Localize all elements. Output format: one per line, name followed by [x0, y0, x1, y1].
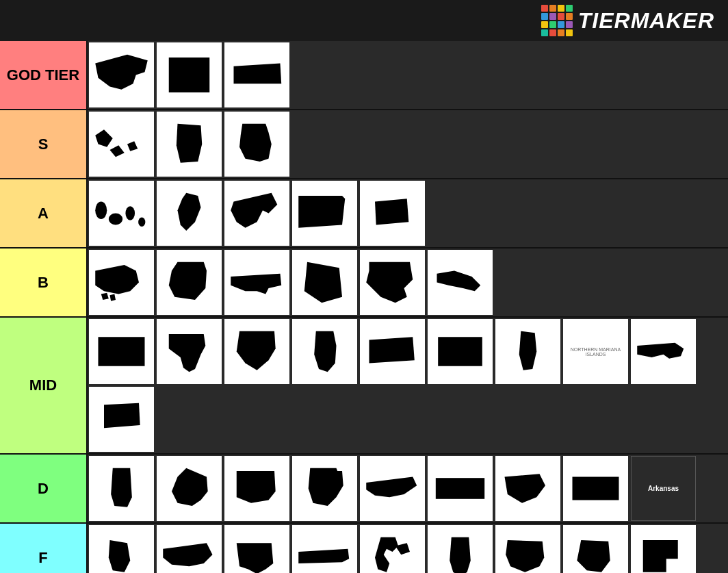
tier-row-a: A — [0, 179, 728, 249]
state-card-a1[interactable] — [89, 181, 154, 246]
state-card-wisconsin[interactable] — [224, 112, 289, 177]
state-shape-tennessee — [296, 532, 354, 573]
state-shape-nevada — [296, 257, 354, 308]
state-card-tennessee[interactable] — [292, 525, 357, 573]
state-shape-california — [160, 463, 218, 514]
state-card-ohio[interactable] — [563, 525, 628, 573]
state-shape-southcarolina — [499, 463, 557, 514]
state-card-northcarolina[interactable] — [360, 456, 425, 521]
state-shape-northcarolina — [363, 463, 421, 514]
state-card-wyoming[interactable] — [428, 319, 493, 384]
state-card-pennsylvania[interactable] — [224, 42, 289, 107]
state-card-f1[interactable] — [89, 525, 154, 573]
arkansas-text: Arkansas — [645, 482, 681, 495]
state-shape-louisiana — [228, 532, 286, 573]
state-card-michigan[interactable] — [360, 525, 425, 573]
state-shape-alabama — [92, 463, 151, 514]
state-shape-god2 — [160, 49, 218, 101]
tier-row-mid: MID — [0, 318, 728, 455]
state-card-s1[interactable] — [89, 112, 154, 177]
state-shape-mississippi — [431, 532, 489, 573]
state-shape-a1 — [92, 188, 151, 239]
state-card-b2[interactable] — [157, 250, 222, 315]
state-card-massachusetts[interactable] — [224, 250, 289, 315]
state-shape-d8 — [567, 463, 625, 514]
state-card-iowa[interactable] — [360, 319, 425, 384]
state-shape-texas — [363, 257, 421, 308]
state-shape-s2 — [160, 118, 218, 170]
svg-point-1 — [109, 214, 122, 225]
state-shape-kansas — [431, 463, 489, 514]
tier-row-f: F — [0, 524, 728, 573]
state-card-god2[interactable] — [157, 42, 222, 107]
state-card-virginia[interactable] — [89, 42, 154, 107]
state-shape-a5 — [363, 188, 421, 239]
state-card-maryland[interactable] — [631, 319, 696, 384]
state-shape-iowa — [363, 326, 421, 377]
tier-content-mid: NORTHERN MARIANA ISLANDS — [86, 318, 728, 453]
header: TiERMAKER — [0, 0, 728, 41]
state-card-texas[interactable] — [360, 250, 425, 315]
state-card-mississippi[interactable] — [428, 525, 493, 573]
state-card-newjersey[interactable] — [157, 181, 222, 246]
state-card-s2[interactable] — [157, 112, 222, 177]
state-card-southcarolina[interactable] — [495, 456, 560, 521]
tier-label-a: A — [0, 179, 86, 247]
state-shape-colorado — [92, 326, 151, 377]
state-shape-michigan — [363, 532, 421, 573]
state-shape-georgia — [228, 326, 286, 377]
state-card-kentucky[interactable] — [157, 525, 222, 573]
tier-row-s: S — [0, 110, 728, 179]
state-card-a5[interactable] — [360, 181, 425, 246]
state-shape-mid10 — [92, 394, 151, 445]
tier-content-god — [86, 41, 728, 109]
state-card-d8[interactable] — [563, 456, 628, 521]
state-shape-newyork — [228, 188, 286, 239]
svg-point-3 — [138, 217, 145, 227]
state-card-alaska[interactable] — [89, 250, 154, 315]
state-card-california[interactable] — [157, 456, 222, 521]
svg-point-2 — [125, 206, 135, 220]
tier-content-f — [86, 524, 728, 573]
state-card-b6[interactable] — [428, 250, 493, 315]
state-shape-f1 — [92, 532, 151, 573]
state-shape-oregon — [296, 188, 354, 239]
state-card-nevada[interactable] — [292, 250, 357, 315]
state-card-kansas[interactable] — [428, 456, 493, 521]
state-card-florida[interactable] — [157, 319, 222, 384]
state-card-alabama[interactable] — [89, 456, 154, 521]
state-card-newyork[interactable] — [224, 181, 289, 246]
svg-point-0 — [95, 202, 107, 220]
state-card-illinois[interactable] — [292, 319, 357, 384]
state-card-newhampshire[interactable] — [495, 319, 560, 384]
tier-label-s: S — [0, 110, 86, 178]
state-card-mid10[interactable] — [89, 387, 154, 452]
state-card-oregon[interactable] — [292, 181, 357, 246]
state-card-georgia[interactable] — [224, 319, 289, 384]
tier-row-d: D — [0, 455, 728, 524]
state-shape-maryland — [634, 326, 692, 377]
state-card-colorado[interactable] — [89, 319, 154, 384]
state-shape-virginia — [92, 49, 151, 101]
tier-content-d: Arkansas — [86, 455, 728, 522]
state-shape-b2 — [160, 257, 218, 308]
state-shape-missouri — [499, 532, 557, 573]
state-shape-newhampshire — [499, 326, 557, 377]
state-shape-pennsylvania — [228, 49, 286, 101]
state-card-louisiana[interactable] — [224, 525, 289, 573]
state-card-utah[interactable] — [631, 525, 696, 573]
logo-grid-icon — [541, 5, 573, 36]
state-card-arkansas-label[interactable]: Arkansas — [631, 456, 696, 521]
state-shape-ohio — [567, 532, 625, 573]
tier-content-b — [86, 249, 728, 316]
state-card-minnesota[interactable] — [292, 456, 357, 521]
state-card-missouri[interactable] — [495, 525, 560, 573]
state-shape-wisconsin — [228, 118, 286, 170]
state-shape-b6 — [431, 257, 489, 308]
state-shape-kentucky — [160, 532, 218, 573]
state-card-nmi[interactable]: NORTHERN MARIANA ISLANDS — [563, 319, 628, 384]
tiermaker-logo: TiERMAKER — [541, 5, 714, 36]
state-shape-alaska — [92, 257, 151, 308]
state-shape-d3 — [228, 463, 286, 514]
state-card-d3[interactable] — [224, 456, 289, 521]
